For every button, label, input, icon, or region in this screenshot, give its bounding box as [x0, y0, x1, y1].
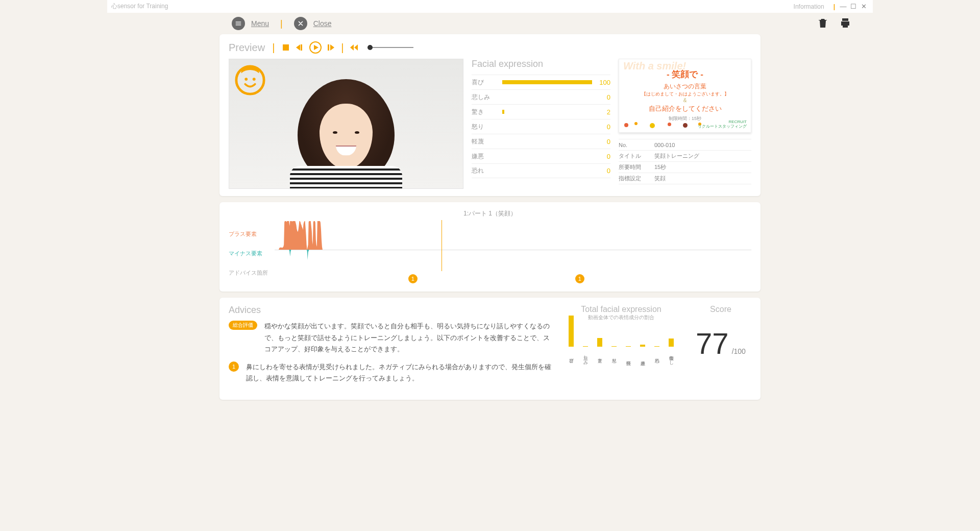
step-forward-button[interactable]: [327, 43, 336, 52]
total-bar: 喜び: [567, 316, 576, 366]
expression-row: 軽蔑 0: [472, 134, 610, 149]
play-button[interactable]: [309, 41, 322, 54]
smile-status-icon: [234, 64, 266, 96]
menu-link[interactable]: Menu: [251, 19, 269, 28]
app-title: 心sensor for Training: [111, 2, 168, 11]
score-title: Score: [690, 305, 751, 314]
score-denominator: /100: [732, 347, 746, 355]
expression-row: 喜び 100: [472, 75, 610, 89]
stop-button[interactable]: [282, 43, 290, 52]
total-bar: 怒り: [609, 346, 619, 366]
step-back-button[interactable]: [295, 43, 304, 52]
facial-expression-title: Facial expression: [472, 59, 610, 69]
total-bar: 悲しみ: [581, 346, 590, 366]
advice-marker[interactable]: 1: [408, 274, 418, 283]
total-expression-subtitle: 動画全体での表情成分の割合: [562, 314, 680, 321]
svg-marker-1: [296, 44, 300, 51]
expression-row: 嫌悪 0: [472, 149, 610, 163]
meta-row: タイトル笑顔トレーニング: [619, 151, 751, 162]
overall-evaluation-badge: 総合評価: [229, 321, 257, 330]
advice-item: 1鼻にしわを寄せる表情が見受けられました。ネガティブにみられる場合がありますので…: [229, 361, 552, 384]
titlebar: 心sensor for Training Information | — ☐ ✕: [107, 0, 873, 13]
svg-marker-4: [314, 45, 318, 50]
menubar: Menu | Close: [107, 13, 873, 34]
total-expression-panel: Total facial expression 動画全体での表情成分の割合 喜び…: [562, 305, 680, 391]
scenario-meta: No.000-010タイトル笑顔トレーニング所要時間15秒指標設定笑顔: [619, 139, 751, 184]
print-icon[interactable]: [839, 17, 851, 31]
expression-row: 恐れ 0: [472, 163, 610, 178]
expression-row: 驚き 2: [472, 104, 610, 119]
svg-rect-5: [328, 44, 329, 51]
svg-marker-7: [350, 44, 354, 51]
svg-marker-8: [354, 44, 358, 51]
playback-controls: |: [282, 41, 413, 54]
timeline-label-negative: マイナス要素: [229, 250, 275, 257]
seek-slider[interactable]: [368, 47, 413, 48]
advices-title: Advices: [229, 305, 552, 316]
facial-expression-panel: Facial expression 喜び 100悲しみ 0驚き 2怒り 0軽蔑 …: [472, 59, 610, 189]
close-window-button[interactable]: ✕: [859, 3, 869, 10]
total-bar: 表情なし: [667, 339, 676, 366]
video-preview: [229, 59, 463, 189]
advices-card: Advices 総合評価 穏やかな笑顔が出ています。笑顔でいると自分も相手も、明…: [219, 298, 761, 400]
total-expression-chart: 喜び悲しみ驚き怒り軽蔑嫌悪恐れ表情なし: [562, 325, 680, 366]
scenario-card: With a smile! - 笑顔で - あいさつの言葉 【はじめまして・おは…: [619, 59, 751, 133]
meta-row: 指標設定笑顔: [619, 173, 751, 184]
expression-row: 悲しみ 0: [472, 89, 610, 104]
svg-rect-2: [301, 44, 302, 51]
timeline-playhead[interactable]: [442, 220, 442, 271]
person-image: [298, 79, 395, 181]
expression-row: 怒り 0: [472, 119, 610, 134]
information-link[interactable]: Information: [794, 3, 824, 10]
total-expression-title: Total facial expression: [562, 305, 680, 314]
timeline-title: 1:パート 1（笑顔）: [229, 209, 751, 218]
svg-point-10: [244, 78, 248, 81]
timeline-label-advice: アドバイス箇所: [229, 269, 275, 277]
svg-marker-6: [330, 44, 334, 51]
meta-row: 所要時間15秒: [619, 162, 751, 173]
brand-logo: RECRUIT リクルートスタッフィング: [698, 120, 747, 129]
close-icon[interactable]: [294, 17, 307, 30]
meta-row: No.000-010: [619, 139, 751, 151]
svg-point-9: [236, 66, 264, 94]
trash-icon[interactable]: [817, 17, 829, 31]
minimize-button[interactable]: —: [838, 3, 848, 10]
preview-card: Preview | |: [219, 34, 761, 196]
total-bar: 驚き: [595, 338, 604, 367]
menu-icon[interactable]: [232, 17, 245, 30]
timeline-card: 1:パート 1（笑顔） プラス要素 マイナス要素 アドバイス箇所 11: [219, 202, 761, 292]
total-bar: 軽蔑: [624, 346, 633, 366]
preview-title: Preview: [229, 42, 265, 54]
total-bar: 恐れ: [652, 346, 662, 366]
advice-marker[interactable]: 1: [575, 274, 584, 283]
maximize-button[interactable]: ☐: [848, 3, 859, 10]
score-value: 77: [696, 327, 729, 360]
timeline-label-positive: プラス要素: [229, 230, 275, 238]
svg-point-11: [253, 78, 256, 81]
svg-rect-0: [283, 44, 289, 51]
score-panel: Score 77/100: [690, 305, 751, 391]
timeline-chart[interactable]: 11: [275, 220, 751, 286]
total-bar: 嫌悪: [638, 345, 647, 366]
rewind-button[interactable]: [349, 44, 359, 51]
close-link[interactable]: Close: [313, 19, 332, 28]
overall-evaluation-text: 穏やかな笑顔が出ています。笑顔でいると自分も相手も、明るい気持ちになり話しやすく…: [264, 321, 552, 355]
